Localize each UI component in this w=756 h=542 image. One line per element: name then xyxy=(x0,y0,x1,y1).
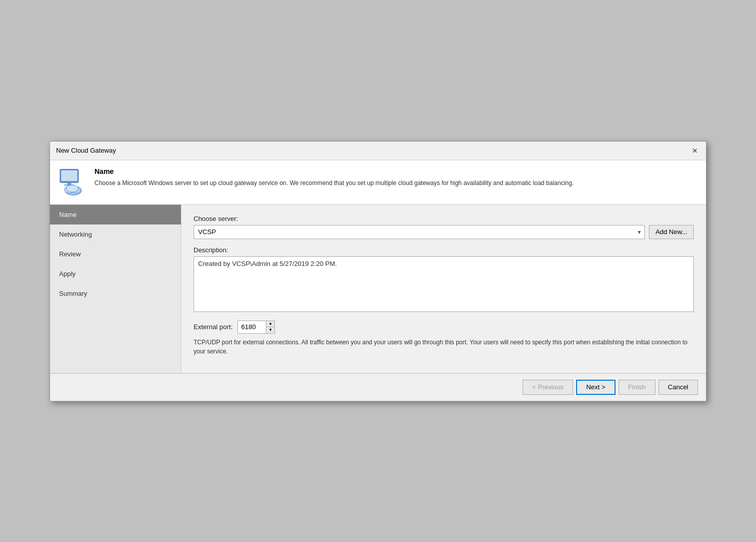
external-port-label: External port: xyxy=(194,323,232,331)
main-content: Choose server: VCSP Add New... Descripti… xyxy=(181,205,706,373)
header-description: Choose a Microsoft Windows server to set… xyxy=(94,178,574,188)
port-decrement-button[interactable]: ▼ xyxy=(266,327,274,333)
header-section: Name Choose a Microsoft Windows server t… xyxy=(50,160,706,205)
description-row: Description: xyxy=(194,246,694,313)
port-input[interactable] xyxy=(238,321,266,333)
new-cloud-gateway-dialog: New Cloud Gateway ✕ Name Choose a Micros… xyxy=(50,141,706,401)
footer: < Previous Next > Finish Cancel xyxy=(50,373,706,401)
external-port-row: External port: ▲ ▼ xyxy=(194,321,694,334)
server-select[interactable]: VCSP xyxy=(194,225,645,239)
choose-server-row: Choose server: VCSP Add New... xyxy=(194,215,694,239)
title-bar: New Cloud Gateway ✕ xyxy=(50,142,706,160)
dialog-title: New Cloud Gateway xyxy=(56,147,116,154)
description-label: Description: xyxy=(194,246,694,254)
cancel-button[interactable]: Cancel xyxy=(658,380,698,395)
port-spinners: ▲ ▼ xyxy=(266,321,274,333)
header-icon xyxy=(58,167,86,197)
previous-button[interactable]: < Previous xyxy=(523,380,573,395)
svg-point-7 xyxy=(66,185,78,192)
svg-rect-1 xyxy=(61,170,77,181)
port-note-row: TCP/UDP port for external connections. A… xyxy=(194,338,694,356)
sidebar-item-name[interactable]: Name xyxy=(50,205,181,224)
add-new-button[interactable]: Add New... xyxy=(649,225,694,239)
header-title: Name xyxy=(94,167,574,175)
server-select-row: VCSP Add New... xyxy=(194,225,694,239)
description-textarea[interactable] xyxy=(194,256,694,312)
sidebar: Name Networking Review Apply Summary xyxy=(50,205,181,373)
sidebar-item-apply[interactable]: Apply xyxy=(50,264,181,284)
sidebar-item-review[interactable]: Review xyxy=(50,244,181,264)
body-section: Name Networking Review Apply Summary Cho… xyxy=(50,205,706,373)
header-text: Name Choose a Microsoft Windows server t… xyxy=(94,167,574,188)
port-increment-button[interactable]: ▲ xyxy=(266,321,274,327)
sidebar-item-summary[interactable]: Summary xyxy=(50,284,181,303)
next-button[interactable]: Next > xyxy=(576,380,616,395)
svg-rect-2 xyxy=(67,183,71,185)
sidebar-item-networking[interactable]: Networking xyxy=(50,224,181,244)
close-button[interactable]: ✕ xyxy=(690,146,700,156)
port-input-wrapper: ▲ ▼ xyxy=(238,321,275,334)
port-note: TCP/UDP port for external connections. A… xyxy=(194,338,694,356)
finish-button[interactable]: Finish xyxy=(619,380,655,395)
choose-server-label: Choose server: xyxy=(194,215,694,222)
server-select-wrapper: VCSP xyxy=(194,225,645,239)
